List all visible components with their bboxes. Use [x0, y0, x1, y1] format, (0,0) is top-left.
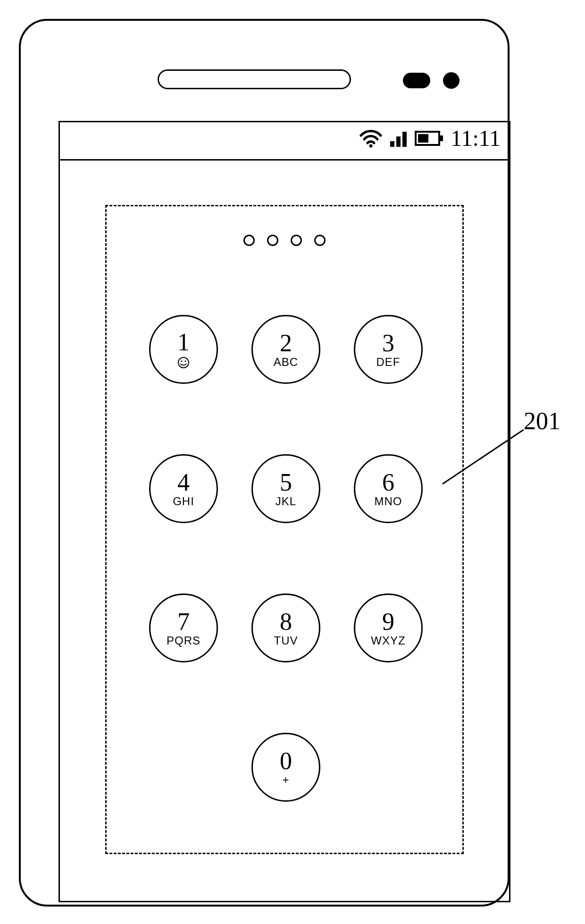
key-6-digit: 6 — [382, 470, 394, 495]
svg-point-9 — [184, 360, 186, 362]
svg-point-7 — [178, 357, 189, 368]
pin-slot-4 — [314, 235, 326, 246]
key-1[interactable]: 1 — [149, 315, 218, 384]
key-3-letters: DEF — [376, 356, 401, 368]
key-7-digit: 7 — [177, 610, 190, 634]
key-6-letters: MNO — [375, 496, 402, 507]
key-0[interactable]: 0 + — [251, 733, 320, 802]
key-5-digit: 5 — [280, 470, 292, 495]
pin-slot-3 — [291, 235, 302, 246]
speaker-slot — [158, 69, 351, 89]
keypad-panel: 1 2 ABC 3 DEF — [105, 205, 464, 854]
smiley-icon — [177, 356, 190, 369]
key-5[interactable]: 5 JKL — [251, 454, 320, 523]
key-3[interactable]: 3 DEF — [354, 315, 423, 384]
battery-icon — [415, 130, 444, 147]
phone-screen: 11:11 1 — [58, 121, 510, 902]
svg-rect-5 — [440, 136, 443, 141]
key-1-digit: 1 — [177, 330, 190, 355]
key-5-letters: JKL — [276, 496, 296, 507]
key-2[interactable]: 2 ABC — [251, 315, 320, 384]
wifi-icon — [359, 129, 383, 148]
pin-slot-2 — [267, 235, 278, 246]
cellular-icon — [389, 129, 408, 148]
key-6[interactable]: 6 MNO — [354, 454, 423, 523]
pin-slot-1 — [243, 235, 255, 246]
key-2-letters: ABC — [274, 356, 298, 368]
key-4-letters: GHI — [173, 496, 194, 507]
svg-rect-3 — [402, 132, 407, 147]
key-0-digit: 0 — [280, 749, 292, 773]
key-4-digit: 4 — [177, 470, 190, 495]
key-7-letters: PQRS — [167, 635, 201, 646]
front-camera-dot — [443, 72, 460, 89]
key-0-letters: + — [282, 774, 289, 786]
key-2-digit: 2 — [280, 331, 292, 356]
svg-rect-1 — [390, 141, 394, 147]
status-divider — [60, 159, 509, 161]
pin-indicator — [107, 235, 462, 246]
status-time: 11:11 — [451, 127, 501, 150]
key-7[interactable]: 7 PQRS — [149, 593, 218, 662]
svg-rect-2 — [396, 136, 401, 147]
key-9[interactable]: 9 WXYZ — [354, 593, 423, 662]
svg-rect-6 — [418, 134, 428, 143]
key-8-letters: TUV — [274, 635, 298, 646]
sensor-pill — [403, 73, 430, 88]
svg-point-0 — [369, 144, 373, 148]
key-3-digit: 3 — [382, 331, 394, 356]
phone-body: 11:11 1 — [19, 19, 510, 907]
status-bar: 11:11 — [359, 127, 501, 150]
key-4[interactable]: 4 GHI — [149, 454, 218, 523]
svg-point-8 — [181, 360, 182, 362]
key-8-digit: 8 — [280, 610, 292, 634]
key-8[interactable]: 8 TUV — [251, 593, 320, 662]
key-9-digit: 9 — [382, 610, 394, 634]
callout-201-label: 201 — [524, 407, 560, 435]
key-9-letters: WXYZ — [371, 635, 405, 646]
